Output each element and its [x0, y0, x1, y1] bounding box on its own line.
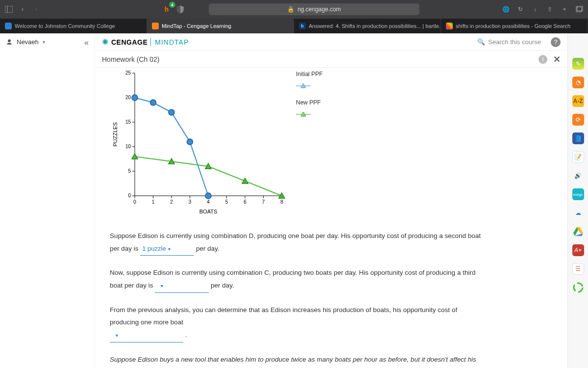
left-user-panel: Nevaeh ▾ «: [0, 33, 95, 368]
svg-text:PUZZLES: PUZZLES: [112, 122, 118, 147]
content-scroll[interactable]: 0123456780510152025BOATSPUZZLES Initial …: [95, 68, 567, 368]
browser-tab[interactable]: MindTap - Cengage Learning: [147, 19, 294, 33]
collapse-sidebar-button[interactable]: «: [84, 38, 89, 47]
legend-item-initial[interactable]: Initial PPF: [296, 71, 323, 78]
legend-label: Initial PPF: [296, 71, 323, 78]
rss-icon[interactable]: ◔: [572, 77, 584, 88]
question-p2: Now, suppose Edison is currently using c…: [110, 266, 482, 292]
tab-label: MindTap - Cengage Learning: [162, 23, 231, 29]
svg-point-38: [132, 95, 138, 101]
svg-text:0: 0: [133, 199, 136, 205]
search-placeholder: Search this course: [488, 38, 541, 46]
answer-dropdown-2[interactable]: ▾: [155, 280, 209, 293]
dropdown-value: 1 puzzle: [142, 245, 166, 252]
svg-text:4: 4: [207, 199, 210, 205]
svg-marker-43: [132, 154, 138, 159]
drive-icon[interactable]: [572, 226, 584, 237]
glossary-icon[interactable]: A-Z: [572, 95, 584, 107]
answer-dropdown-1[interactable]: 1 puzzle▾: [140, 243, 194, 256]
reload-icon[interactable]: ↻: [515, 4, 525, 14]
browser-tab[interactable]: Welcome to Johnston Community College: [0, 19, 147, 33]
legend-symbol-new: [296, 111, 323, 118]
favicon-icon: [446, 23, 453, 29]
shield-icon[interactable]: [175, 4, 185, 14]
svg-text:10: 10: [125, 144, 131, 149]
sidebar-toggle-icon[interactable]: [4, 4, 14, 14]
honey-extension-icon[interactable]: h4: [162, 4, 172, 14]
audio-icon[interactable]: 🔊: [572, 170, 584, 182]
user-menu[interactable]: Nevaeh ▾: [6, 38, 45, 46]
chevron-down-icon: ▾: [43, 39, 45, 45]
assignment-title-row: Homework (Ch 02) i ✕: [95, 51, 567, 68]
caret-down-icon: ▾: [168, 246, 171, 252]
cengage-logo[interactable]: ✺ CENGAGE MINDTAP: [102, 37, 189, 47]
cloud-icon[interactable]: ☁: [572, 207, 584, 219]
svg-text:1: 1: [152, 199, 155, 205]
question-body: Suppose Edison is currently using combin…: [110, 230, 482, 368]
tab-label: Welcome to Johnston Community College: [15, 23, 115, 29]
url-bar[interactable]: 🔒 ng.cengage.com: [209, 3, 419, 15]
favicon-icon: [152, 23, 159, 29]
svg-text:BOATS: BOATS: [199, 209, 217, 214]
nav-back-icon[interactable]: ‹: [18, 4, 27, 14]
user-name: Nevaeh: [17, 38, 39, 46]
legend-label: New PPF: [296, 99, 321, 106]
svg-text:0: 0: [128, 193, 131, 198]
browser-tab[interactable]: bAnswered: 4. Shifts in production possi…: [294, 19, 441, 33]
text: .: [185, 331, 187, 339]
download-icon[interactable]: ↓: [530, 4, 540, 14]
svg-point-42: [205, 193, 211, 199]
svg-text:5: 5: [225, 199, 228, 205]
svg-text:2: 2: [170, 199, 173, 205]
lock-icon: 🔒: [287, 6, 294, 13]
flashcards-icon[interactable]: ⟳: [572, 114, 584, 126]
tab-label: Answered: 4. Shifts in production possib…: [309, 23, 441, 29]
svg-text:3: 3: [189, 199, 192, 205]
app-rail: ✎ ◔ A-Z ⟳ 📘 📝 🔊 bongo ☁ A+ ☰: [567, 33, 588, 368]
svg-text:15: 15: [125, 119, 131, 125]
caret-down-icon: ▾: [116, 333, 118, 338]
chart-legend: Initial PPF New PPF: [296, 71, 323, 131]
honey-badge: 4: [169, 1, 175, 8]
main-content: ✺ CENGAGE MINDTAP 🔍 Search this course ?…: [95, 33, 567, 368]
svg-text:5: 5: [128, 168, 131, 174]
browser-tab[interactable]: shifts in production possibilities - Goo…: [441, 19, 588, 33]
translate-icon[interactable]: 🌐: [501, 4, 511, 14]
aplus-icon[interactable]: A+: [572, 244, 584, 256]
ppf-chart[interactable]: 0123456780510152025BOATSPUZZLES: [110, 68, 286, 220]
legend-item-new[interactable]: New PPF: [296, 99, 323, 106]
assignment-title: Homework (Ch 02): [102, 55, 159, 63]
question-p1: Suppose Edison is currently using combin…: [110, 230, 482, 256]
browser-tab-strip: Welcome to Johnston Community College Mi…: [0, 19, 588, 33]
text: per day.: [196, 245, 220, 252]
close-icon[interactable]: ✕: [553, 54, 561, 65]
new-tab-icon[interactable]: +: [560, 4, 569, 14]
chart-svg: 0123456780510152025BOATSPUZZLES: [110, 68, 287, 220]
book-icon[interactable]: 📘: [572, 132, 584, 144]
notes-icon[interactable]: 📝: [572, 151, 584, 163]
answer-dropdown-3[interactable]: ▾: [110, 329, 183, 342]
search-course-input[interactable]: 🔍 Search this course: [477, 38, 541, 46]
bongo-icon[interactable]: bongo: [572, 188, 584, 200]
text: per day.: [211, 282, 234, 289]
search-icon: 🔍: [477, 38, 485, 46]
svg-text:6: 6: [244, 199, 246, 205]
share-icon[interactable]: ⇧: [545, 4, 555, 14]
svg-text:7: 7: [262, 199, 265, 205]
circle-tool-icon[interactable]: [572, 282, 584, 293]
svg-marker-46: [242, 178, 248, 184]
svg-point-55: [574, 283, 583, 292]
svg-point-41: [187, 139, 193, 145]
question-p3: From the previous analysis, you can dete…: [110, 304, 482, 342]
help-button[interactable]: ?: [551, 37, 561, 47]
mindtap-text: MINDTAP: [150, 38, 189, 46]
caret-down-icon: ▾: [161, 283, 163, 289]
lines-icon[interactable]: ☰: [572, 263, 584, 275]
highlighter-tool-icon[interactable]: ✎: [572, 58, 584, 70]
tabs-overview-icon[interactable]: [574, 4, 584, 14]
nav-forward-icon[interactable]: ›: [31, 4, 41, 14]
info-icon[interactable]: i: [539, 55, 547, 64]
tab-label: shifts in production possibilities - Goo…: [456, 23, 570, 29]
question-p4: Suppose Edison buys a new tool that enab…: [110, 353, 482, 368]
svg-point-39: [150, 100, 156, 105]
